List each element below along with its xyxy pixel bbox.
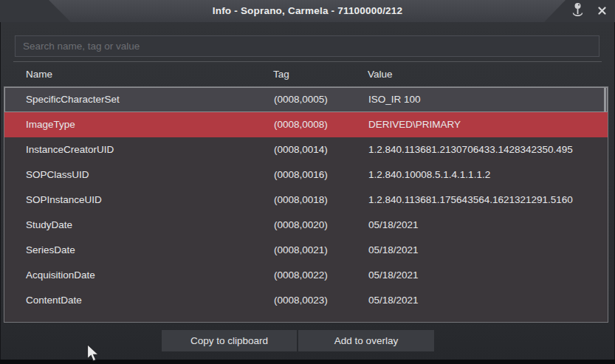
close-icon: [598, 4, 606, 18]
tag-id: (0008,0018): [274, 188, 328, 213]
tag-value: 05/18/2021: [368, 288, 419, 313]
info-window: Info - Soprano, Carmela - 71100000/212: [0, 0, 615, 364]
tag-value: 1.2.840.113681.2130706433.1428342350.495: [368, 137, 573, 162]
tag-value: 05/18/2021: [368, 213, 419, 238]
table-row[interactable]: SOPClassUID (0008,0016) 1.2.840.10008.5.…: [4, 162, 608, 188]
tag-value: 05/18/2021: [368, 263, 419, 288]
tag-id: (0008,0023): [274, 288, 328, 313]
dicom-tag-table: SpecificCharacterSet (0008,0005) ISO_IR …: [4, 86, 608, 323]
close-button[interactable]: [592, 0, 611, 22]
copy-to-clipboard-button[interactable]: Copy to clipboard: [162, 330, 297, 351]
search-input[interactable]: [15, 35, 599, 57]
tag-name: SOPClassUID: [26, 162, 89, 188]
pin-button[interactable]: [566, 0, 589, 22]
table-row[interactable]: InstanceCreatorUID (0008,0014) 1.2.840.1…: [4, 137, 608, 162]
tag-value: 1.2.840.10008.5.1.4.1.1.1.2: [368, 162, 490, 188]
table-row[interactable]: SOPInstanceUID (0008,0018) 1.2.840.11368…: [4, 188, 608, 213]
tag-name: SpecificCharacterSet: [26, 87, 120, 112]
tag-id: (0008,0005): [274, 87, 328, 112]
tag-name: SOPInstanceUID: [26, 188, 102, 213]
tag-id: (0008,0016): [274, 162, 328, 188]
tag-name: ImageType: [26, 112, 75, 137]
titlebar: Info - Soprano, Carmela - 71100000/212: [0, 0, 615, 22]
tag-name: AcquisitionDate: [26, 263, 95, 288]
window-title: Info - Soprano, Carmela - 71100000/212: [0, 0, 615, 22]
tag-name: InstanceCreatorUID: [26, 137, 114, 162]
tag-id: (0008,0008): [274, 112, 328, 137]
tag-id: (0008,0021): [274, 238, 328, 263]
search-divider: [13, 61, 602, 62]
column-header-name[interactable]: Name: [26, 69, 52, 80]
table-row[interactable]: AcquisitionDate (0008,0022) 05/18/2021: [4, 263, 608, 288]
tag-value: DERIVED\PRIMARY: [368, 112, 461, 137]
tag-value: 05/18/2021: [368, 238, 419, 263]
pin-icon: [571, 1, 584, 21]
column-header-value[interactable]: Value: [368, 69, 393, 80]
table-row[interactable]: StudyDate (0008,0020) 05/18/2021: [4, 213, 608, 238]
table-row[interactable]: SpecificCharacterSet (0008,0005) ISO_IR …: [4, 87, 608, 112]
table-row-selected[interactable]: ImageType (0008,0008) DERIVED\PRIMARY: [4, 112, 608, 137]
tag-value: ISO_IR 100: [368, 87, 421, 112]
tag-value: 1.2.840.113681.175643564.1621321291.5160: [368, 188, 573, 213]
table-row[interactable]: SeriesDate (0008,0021) 05/18/2021: [4, 238, 608, 263]
tag-id: (0008,0022): [274, 263, 328, 288]
scrollbar-thumb[interactable]: [604, 88, 606, 112]
column-header-tag[interactable]: Tag: [273, 69, 289, 80]
tag-id: (0008,0014): [274, 137, 328, 162]
add-to-overlay-button[interactable]: Add to overlay: [298, 330, 434, 351]
table-row[interactable]: ContentDate (0008,0023) 05/18/2021: [4, 288, 608, 313]
tag-id: (0008,0020): [274, 213, 328, 238]
tag-name: StudyDate: [26, 213, 72, 238]
window-bottom-edge: [0, 360, 615, 364]
tag-name: SeriesDate: [26, 238, 75, 263]
tag-name: ContentDate: [26, 288, 82, 313]
